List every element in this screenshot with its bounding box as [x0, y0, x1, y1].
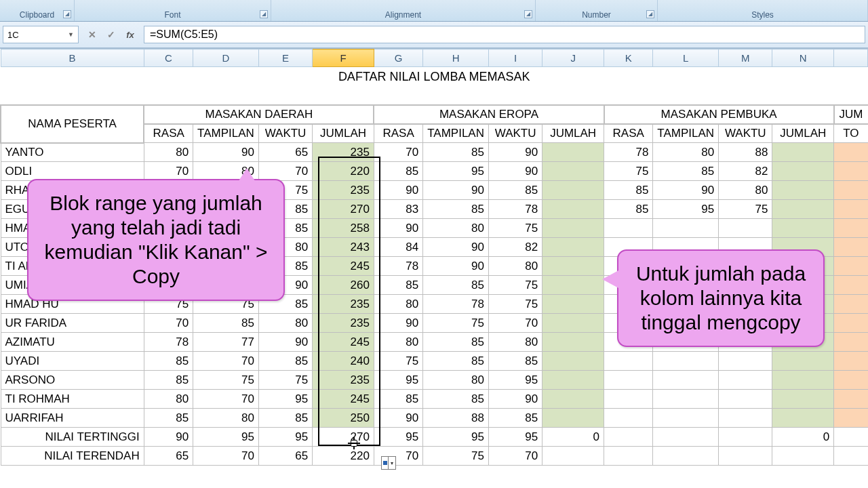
- data-cell[interactable]: 75: [423, 314, 489, 333]
- data-cell[interactable]: [834, 409, 868, 428]
- data-cell[interactable]: 80: [144, 390, 193, 409]
- data-cell[interactable]: 90: [423, 181, 489, 200]
- data-cell[interactable]: 75: [258, 371, 312, 390]
- summary-cell[interactable]: [719, 428, 772, 447]
- data-cell[interactable]: 85: [258, 409, 312, 428]
- data-cell[interactable]: [542, 181, 604, 200]
- data-cell[interactable]: 250: [313, 409, 374, 428]
- data-cell[interactable]: [772, 181, 834, 200]
- data-cell[interactable]: [834, 333, 868, 352]
- data-cell[interactable]: 235: [313, 143, 374, 162]
- data-cell[interactable]: 235: [313, 314, 374, 333]
- data-cell[interactable]: ARSONO: [1, 371, 144, 390]
- summary-cell[interactable]: 270: [313, 428, 374, 447]
- data-cell[interactable]: 235: [313, 295, 374, 314]
- data-cell[interactable]: UR FARIDA: [1, 314, 144, 333]
- dialog-launcher-icon[interactable]: ◢: [63, 10, 71, 18]
- data-cell[interactable]: 95: [258, 390, 312, 409]
- data-cell[interactable]: [653, 352, 719, 371]
- data-cell[interactable]: [604, 390, 653, 409]
- data-cell[interactable]: [542, 333, 604, 352]
- summary-cell[interactable]: 75: [423, 447, 489, 466]
- col-header[interactable]: C: [144, 49, 193, 67]
- data-cell[interactable]: 83: [374, 200, 422, 219]
- data-cell[interactable]: 75: [374, 352, 422, 371]
- col-header-selected[interactable]: F: [313, 49, 374, 67]
- data-cell[interactable]: 235: [313, 371, 374, 390]
- data-cell[interactable]: 70: [489, 314, 542, 333]
- data-cell[interactable]: 85: [144, 371, 193, 390]
- data-cell[interactable]: 270: [313, 200, 374, 219]
- summary-cell[interactable]: 90: [144, 428, 193, 447]
- data-cell[interactable]: 84: [374, 238, 422, 257]
- data-cell[interactable]: 80: [374, 333, 422, 352]
- col-header[interactable]: M: [719, 49, 772, 67]
- data-cell[interactable]: 85: [604, 200, 653, 219]
- data-cell[interactable]: 235: [313, 181, 374, 200]
- data-cell[interactable]: 78: [374, 257, 422, 276]
- data-cell[interactable]: 75: [489, 219, 542, 238]
- data-cell[interactable]: 85: [423, 333, 489, 352]
- data-cell[interactable]: 85: [258, 352, 312, 371]
- summary-cell[interactable]: 70: [193, 447, 259, 466]
- data-cell[interactable]: 70: [193, 352, 259, 371]
- data-cell[interactable]: 90: [374, 181, 422, 200]
- data-cell[interactable]: UARRIFAH: [1, 409, 144, 428]
- data-cell[interactable]: 85: [374, 276, 422, 295]
- data-cell[interactable]: [834, 200, 868, 219]
- data-cell[interactable]: 75: [604, 162, 653, 181]
- data-cell[interactable]: 70: [144, 162, 193, 181]
- col-header[interactable]: B: [1, 49, 144, 67]
- data-cell[interactable]: ODLI: [1, 162, 144, 181]
- data-cell[interactable]: [653, 371, 719, 390]
- data-cell[interactable]: 85: [374, 390, 422, 409]
- data-cell[interactable]: [772, 390, 834, 409]
- data-cell[interactable]: 245: [313, 390, 374, 409]
- data-cell[interactable]: 80: [374, 295, 422, 314]
- col-header[interactable]: K: [604, 49, 653, 67]
- data-cell[interactable]: 78: [423, 295, 489, 314]
- data-cell[interactable]: [604, 219, 653, 238]
- summary-cell[interactable]: [542, 447, 604, 466]
- data-cell[interactable]: [772, 352, 834, 371]
- data-cell[interactable]: 260: [313, 276, 374, 295]
- col-header[interactable]: [834, 49, 868, 67]
- data-cell[interactable]: 75: [193, 371, 259, 390]
- data-cell[interactable]: 78: [604, 143, 653, 162]
- data-cell[interactable]: [772, 200, 834, 219]
- data-cell[interactable]: 90: [423, 257, 489, 276]
- data-cell[interactable]: [542, 390, 604, 409]
- data-cell[interactable]: 70: [258, 162, 312, 181]
- data-cell[interactable]: 90: [193, 143, 259, 162]
- data-cell[interactable]: 70: [374, 143, 422, 162]
- summary-cell[interactable]: [653, 447, 719, 466]
- data-cell[interactable]: 80: [719, 181, 772, 200]
- summary-cell[interactable]: 95: [423, 428, 489, 447]
- data-cell[interactable]: [772, 219, 834, 238]
- data-cell[interactable]: [542, 143, 604, 162]
- data-cell[interactable]: 90: [489, 390, 542, 409]
- data-cell[interactable]: 85: [423, 390, 489, 409]
- data-cell[interactable]: 75: [489, 295, 542, 314]
- data-cell[interactable]: UYADI: [1, 352, 144, 371]
- data-cell[interactable]: [542, 219, 604, 238]
- data-cell[interactable]: 78: [144, 333, 193, 352]
- data-cell[interactable]: 85: [423, 276, 489, 295]
- data-cell[interactable]: [542, 352, 604, 371]
- summary-cell[interactable]: 95: [258, 428, 312, 447]
- data-cell[interactable]: AZIMATU: [1, 333, 144, 352]
- summary-cell[interactable]: 0: [772, 428, 834, 447]
- summary-cell[interactable]: [719, 447, 772, 466]
- data-cell[interactable]: 90: [653, 181, 719, 200]
- dialog-launcher-icon[interactable]: ◢: [524, 10, 532, 18]
- col-header[interactable]: H: [423, 49, 489, 67]
- data-cell[interactable]: 245: [313, 333, 374, 352]
- data-cell[interactable]: [542, 238, 604, 257]
- data-cell[interactable]: 240: [313, 352, 374, 371]
- data-cell[interactable]: [834, 371, 868, 390]
- fx-icon[interactable]: fx: [123, 28, 137, 41]
- formula-input[interactable]: =SUM(C5:E5): [144, 26, 865, 43]
- col-header[interactable]: D: [193, 49, 259, 67]
- column-headers[interactable]: B C D E F G H I J K L M N: [1, 49, 868, 67]
- data-cell[interactable]: [772, 162, 834, 181]
